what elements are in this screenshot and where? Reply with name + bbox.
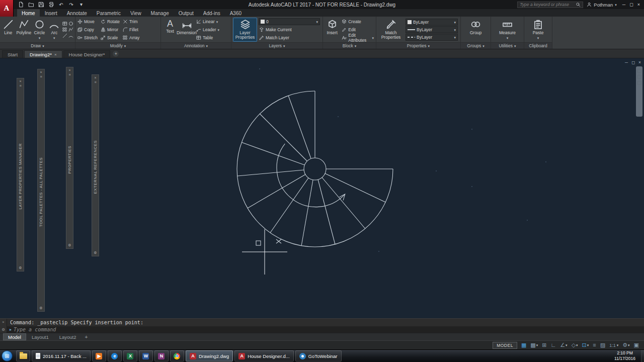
tab-home[interactable]: Home — [17, 9, 40, 17]
palette-close-icon[interactable]: × — [68, 68, 70, 72]
file-tab-start[interactable]: Start — [2, 50, 23, 58]
workspace-switching-button[interactable]: ⚙▾ — [622, 342, 629, 348]
palette-external-references[interactable]: × ≡ EXTERNAL REFERENCES ⚙ — [92, 74, 99, 256]
tab-layout2[interactable]: Layout2 — [54, 333, 82, 340]
new-button[interactable] — [17, 1, 25, 8]
tab-parametric[interactable]: Parametric — [92, 9, 125, 17]
fillet-tool-button[interactable]: Fillet — [122, 26, 140, 34]
insert-block-button[interactable]: Insert — [325, 18, 340, 42]
hatch-tool-icon[interactable] — [62, 27, 67, 32]
text-tool-button[interactable]: A Text — [163, 18, 178, 42]
tab-layout1[interactable]: Layout1 — [27, 333, 54, 340]
polygon-tool-icon[interactable] — [68, 33, 73, 38]
new-drawing-tab-button[interactable]: + — [113, 51, 119, 57]
palette-menu-icon[interactable]: ≡ — [68, 73, 70, 76]
doc-restore-button[interactable]: ◻ — [631, 60, 635, 65]
edit-attributes-button[interactable]: Edit Attributes▾ — [341, 34, 374, 42]
isodraft-toggle[interactable]: ◇▾ — [572, 342, 578, 348]
command-close-button[interactable]: × — [2, 320, 4, 324]
modify-panel-expander[interactable]: Modify ▾ — [75, 42, 160, 49]
ortho-toggle[interactable]: ∟ — [550, 342, 556, 348]
lineweight-dropdown[interactable]: ByLayer ▾ — [406, 26, 458, 33]
array-tool-button[interactable]: Array — [122, 34, 140, 42]
onenote-button[interactable]: N — [154, 350, 169, 361]
palette-settings-icon[interactable]: ⚙ — [19, 266, 22, 269]
palette-settings-icon[interactable]: ⚙ — [94, 251, 97, 254]
palette-menu-icon[interactable]: ≡ — [19, 84, 21, 87]
show-desktop-button[interactable] — [641, 350, 644, 362]
dimension-tool-button[interactable]: Dimension — [179, 18, 194, 42]
explorer-window-button[interactable]: 2016.11.17 - Back ... — [32, 350, 91, 361]
tab-model[interactable]: Model — [3, 333, 26, 340]
transparency-toggle[interactable]: ▨ — [600, 342, 605, 348]
stretch-tool-button[interactable]: Stretch — [77, 34, 98, 42]
object-color-dropdown[interactable]: ByLayer ▾ — [406, 19, 458, 26]
redo-button[interactable]: ↷ — [67, 1, 75, 8]
chrome-button[interactable] — [170, 350, 184, 361]
layer-dropdown[interactable]: 0 ▾ — [259, 18, 320, 25]
palette-tool-palettes[interactable]: × ≡ TOOL PALETTES - ALL PALETTES ⚙ — [37, 69, 45, 312]
tab-output[interactable]: Output — [174, 9, 198, 17]
lineweight-toggle[interactable]: ≡ — [593, 342, 596, 348]
annotation-panel-expander[interactable]: Annotation ▾ — [161, 42, 231, 49]
object-snap-toggle[interactable]: ⊡▾ — [582, 342, 589, 348]
excel-button[interactable]: X — [123, 350, 137, 361]
taskbar-app-gotowebinar[interactable]: GoToWebinar — [295, 350, 342, 361]
taskbar-clock[interactable]: 2:10 PM 11/17/2016 — [610, 350, 639, 361]
properties-panel-expander[interactable]: Properties ▾ — [376, 42, 460, 49]
drawing-area[interactable]: × ≡ LAYER PROPERTIES MANAGER ⚙ × ≡ TOOL … — [0, 58, 644, 318]
polar-tracking-toggle[interactable]: ∠▾ — [560, 342, 567, 348]
navigation-bar[interactable] — [636, 66, 642, 117]
file-tab-drawing2[interactable]: Drawing2* × — [24, 50, 62, 58]
minimize-button[interactable]: ─ — [622, 2, 625, 7]
doc-close-button[interactable]: × — [638, 60, 641, 65]
match-layer-button[interactable]: Match Layer — [259, 34, 320, 41]
palette-layer-properties-manager[interactable]: × ≡ LAYER PROPERTIES MANAGER ⚙ — [17, 78, 24, 272]
palette-properties[interactable]: × ≡ PROPERTIES ⚙ — [66, 67, 73, 249]
search-input[interactable] — [520, 2, 574, 7]
clean-screen-button[interactable]: ▣ — [634, 342, 639, 348]
groups-panel-expander[interactable]: Groups ▾ — [461, 42, 491, 49]
tab-manage[interactable]: Manage — [146, 9, 174, 17]
palette-settings-icon[interactable]: ⚙ — [68, 243, 71, 247]
internet-explorer-button[interactable]: e — [108, 350, 122, 361]
save-button[interactable] — [37, 1, 45, 8]
measure-button[interactable]: Measure ▾ — [497, 18, 519, 42]
utilities-panel-expander[interactable]: Utilities ▾ — [491, 42, 524, 49]
palette-menu-icon[interactable]: ≡ — [94, 80, 96, 84]
mirror-tool-button[interactable]: Mirror — [100, 26, 120, 34]
close-button[interactable]: × — [637, 2, 640, 7]
palette-close-icon[interactable]: × — [19, 79, 21, 83]
word-button[interactable]: W — [139, 350, 153, 361]
undo-button[interactable]: ↶ — [57, 1, 65, 8]
arc-tool-button[interactable]: Arc ▾ — [48, 18, 61, 42]
rotate-tool-button[interactable]: Rotate — [100, 18, 120, 26]
taskbar-app-house-designer[interactable]: A House Designer.d... — [234, 350, 293, 361]
block-panel-expander[interactable]: Block ▾ — [323, 42, 376, 49]
ellipse-tool-icon[interactable] — [68, 21, 73, 26]
spline-tool-icon[interactable] — [68, 27, 73, 32]
a360-signin[interactable]: Pothman ▾ — [587, 2, 617, 8]
restore-button[interactable]: ◻ — [629, 2, 633, 7]
tab-a360[interactable]: A360 — [225, 9, 246, 17]
qat-customize-button[interactable]: ▾ — [77, 1, 85, 8]
search-icon[interactable] — [576, 2, 581, 7]
application-menu-button[interactable]: A — [0, 0, 14, 17]
plot-button[interactable] — [47, 1, 55, 8]
linear-dimension-button[interactable]: Linear▾ — [196, 18, 220, 26]
open-button[interactable] — [27, 1, 35, 8]
new-layout-button[interactable]: + — [82, 333, 91, 340]
tab-view[interactable]: View — [126, 9, 146, 17]
media-player-button[interactable]: ▶ — [92, 350, 106, 361]
command-customize-button[interactable]: ⚙ — [2, 327, 5, 332]
layer-properties-button[interactable]: Layer Properties — [233, 18, 257, 42]
scale-tool-button[interactable]: Scale — [100, 34, 120, 42]
linetype-dropdown[interactable]: ByLayer ▾ — [406, 34, 458, 41]
palette-close-icon[interactable]: × — [40, 70, 42, 74]
model-space-button[interactable]: MODEL — [493, 342, 517, 349]
draw-panel-expander[interactable]: Draw ▾ — [0, 42, 75, 49]
tab-annotate[interactable]: Annotate — [62, 9, 92, 17]
layers-panel-expander[interactable]: Layers ▾ — [231, 42, 323, 49]
explorer-icon-button[interactable] — [16, 350, 30, 361]
close-tab-icon[interactable]: × — [54, 52, 57, 57]
